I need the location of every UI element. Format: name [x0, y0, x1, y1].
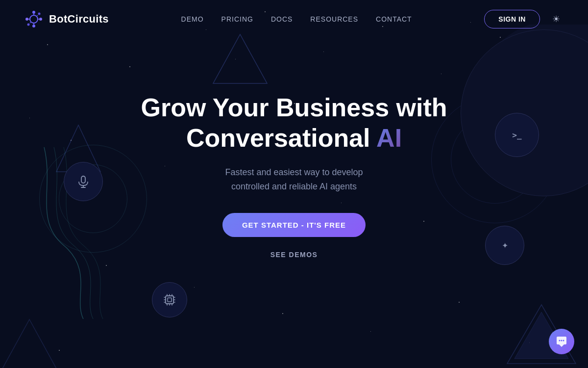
svg-point-41	[563, 340, 564, 342]
svg-point-27	[32, 11, 35, 14]
svg-rect-8	[166, 296, 173, 304]
see-demos-link[interactable]: SEE DEMOS	[0, 251, 588, 259]
sun-icon: ☀	[552, 14, 560, 25]
hero-title-part2: Conversational	[186, 124, 370, 152]
nav-links: DEMO PRICING DOCS RESOURCES CONTACT	[181, 15, 412, 24]
cta-button[interactable]: GET STARTED - IT'S FREE	[222, 213, 366, 237]
nav-docs[interactable]: DOCS	[271, 15, 293, 23]
nav-contact[interactable]: CONTACT	[376, 15, 412, 23]
svg-point-36	[27, 24, 30, 26]
svg-point-29	[25, 18, 28, 21]
chip-circle	[152, 282, 187, 317]
hero-subtitle-line1: Fastest and easiest way to develop	[225, 167, 363, 177]
triangle-bottom-left	[0, 317, 59, 368]
logo-icon	[24, 9, 44, 29]
svg-marker-24	[2, 319, 56, 368]
nav-pricing[interactable]: PRICING	[221, 15, 253, 23]
nav-demo[interactable]: DEMO	[181, 15, 204, 23]
nav-right: SIGN IN ☀	[484, 10, 564, 28]
hero-title: Grow Your Business with Conversational A…	[0, 92, 588, 154]
svg-point-28	[39, 18, 42, 21]
chat-icon	[556, 336, 567, 347]
svg-point-39	[559, 340, 561, 342]
svg-point-35	[38, 13, 41, 15]
logo[interactable]: BotCircuits	[24, 9, 109, 29]
chat-bubble-button[interactable]	[549, 329, 574, 354]
hero-title-part1: Grow Your Business with	[141, 93, 447, 122]
svg-point-40	[561, 340, 563, 342]
navbar: BotCircuits DEMO PRICING DOCS RESOURCES …	[0, 0, 588, 38]
nav-resources[interactable]: RESOURCES	[310, 15, 358, 23]
theme-toggle-button[interactable]: ☀	[548, 11, 564, 27]
logo-text: BotCircuits	[49, 13, 109, 26]
sign-in-button[interactable]: SIGN IN	[484, 10, 540, 28]
hero-section: Grow Your Business with Conversational A…	[0, 38, 588, 259]
hero-subtitle-line2: controlled and reliable AI agents	[231, 182, 357, 191]
hero-title-ai: AI	[376, 124, 402, 152]
hero-subtitle: Fastest and easiest way to develop contr…	[0, 165, 588, 194]
svg-point-30	[32, 25, 35, 27]
svg-rect-9	[168, 298, 172, 302]
